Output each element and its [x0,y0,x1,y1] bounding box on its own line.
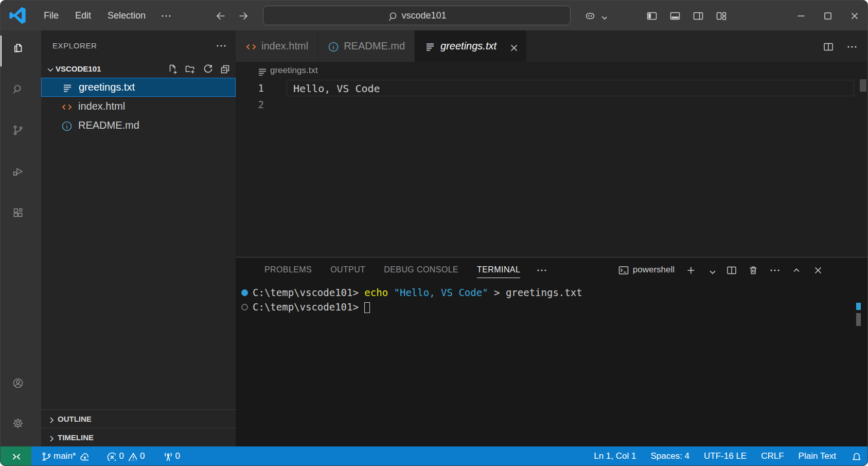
tab-readme-md[interactable]: README.md [318,30,415,62]
terminal-icon [617,264,629,275]
tab-index-html[interactable]: index.html [236,30,318,62]
search-icon [387,10,398,21]
eol-label: CRLF [761,451,784,461]
activity-explorer[interactable] [1,30,41,72]
file-name: README.md [78,119,139,131]
line-number: 1 [236,80,272,96]
notifications[interactable] [843,451,867,461]
code-line-1: 1 Hello, VS Code [236,80,867,96]
problems-status[interactable]: 0 0 [101,446,150,465]
activity-extensions[interactable] [1,195,41,236]
minimize-button[interactable] [787,1,814,30]
file-row-index[interactable]: index.html [41,97,236,116]
terminal-line-2: C:\temp\vscode101> [241,300,867,314]
timeline-section-header[interactable]: TIMELINE [41,428,236,446]
panel-tabs: PROBLEMS OUTPUT DEBUG CONSOLE TERMINAL [264,262,520,278]
activity-settings[interactable] [1,406,41,446]
code-editor[interactable]: 1 Hello, VS Code 2 [236,79,867,257]
encoding[interactable]: UTF-16 LE [697,451,754,461]
terminal-view[interactable]: C:\temp\vscode101> echo "Hello, VS Code"… [236,282,867,446]
new-terminal-icon[interactable] [685,264,696,275]
more-actions-icon[interactable] [769,264,780,275]
go-back-button[interactable] [212,8,228,23]
prompt-decoration-icon[interactable] [241,304,248,310]
ports-status[interactable]: 0 [157,446,185,465]
eol-sequence[interactable]: CRLF [754,451,791,461]
chevron-right-icon [45,414,56,424]
collapse-folders-icon[interactable] [219,63,231,74]
search-icon [12,83,30,101]
publish-changes-icon [79,451,88,461]
activity-bar-spacer [1,236,41,366]
sidebar-title: EXPLORER [52,41,97,50]
chevron-right-icon [45,433,56,443]
menu-bar: File Edit Selection [36,7,178,24]
text-file-icon [61,82,73,93]
terminal-line-1: C:\temp\vscode101> echo "Hello, VS Code"… [241,285,867,300]
maximize-panel-icon[interactable] [790,264,802,275]
editor-actions [822,30,867,62]
active-terminal-shell[interactable]: powershell [617,264,675,275]
customize-layout-icon[interactable] [715,10,727,21]
remote-indicator[interactable] [1,446,31,465]
chevron-down-icon [598,11,607,20]
vscode-logo-icon [9,7,26,24]
run-debug-icon [12,165,30,184]
launch-profile-chevron-icon[interactable] [706,266,715,274]
new-folder-icon[interactable] [184,63,196,74]
command-decoration-icon[interactable] [241,289,248,296]
more-actions-icon[interactable] [846,41,857,52]
kill-terminal-icon[interactable] [747,264,758,275]
toggle-panel-icon[interactable] [669,10,680,21]
panel-more-tabs-button[interactable] [536,264,547,275]
editor-scrollbar-thumb[interactable] [860,79,866,92]
file-row-greetings[interactable]: greetings.txt [41,78,236,97]
close-tab-button[interactable] [508,42,517,51]
toggle-sidebar-icon[interactable] [646,10,657,21]
activity-search[interactable] [1,72,41,113]
cursor-position[interactable]: Ln 1, Col 1 [587,451,643,461]
extensions-icon [12,206,30,225]
go-forward-button[interactable] [235,8,251,23]
activity-accounts[interactable] [1,366,41,406]
explorer-more-actions-button[interactable] [215,40,226,51]
maximize-button[interactable] [814,1,841,30]
split-editor-icon[interactable] [822,41,834,52]
menu-edit[interactable]: Edit [67,7,99,24]
bell-icon [851,451,860,461]
menu-more-button[interactable] [154,7,178,24]
toggle-secondary-sidebar-icon[interactable] [692,10,703,21]
activity-run-debug[interactable] [1,154,41,195]
language-mode[interactable]: Plain Text [791,451,843,461]
command-center-search[interactable]: vscode101 [263,6,571,25]
file-row-readme[interactable]: README.md [41,116,236,135]
code-line-2: 2 [236,96,867,113]
outline-section-header[interactable]: OUTLINE [41,409,236,428]
refresh-icon[interactable] [202,63,213,74]
tab-greetings-txt[interactable]: greetings.txt [415,30,527,62]
tab-bar: index.html README.md greetings.txt [236,30,867,62]
terminal-scrollbar-thumb[interactable] [856,313,861,326]
panel-tab-debug-console[interactable]: DEBUG CONSOLE [384,262,458,278]
panel-tab-output[interactable]: OUTPUT [330,262,365,278]
branch-status[interactable]: main* [36,446,94,465]
file-list: greetings.txt index.html README.md [41,78,236,135]
breadcrumbs[interactable]: greetings.txt [236,62,867,79]
split-terminal-icon[interactable] [725,264,737,275]
copilot-button[interactable] [584,10,607,21]
file-name: greetings.txt [79,81,135,93]
panel-tab-terminal[interactable]: TERMINAL [477,262,520,278]
activity-source-control[interactable] [1,113,41,154]
new-file-icon[interactable] [167,63,178,74]
scrollbar-command-mark [856,303,861,310]
terminal-prompt: C:\temp\vscode101> [253,287,364,298]
close-button[interactable] [841,1,867,30]
menu-file[interactable]: File [36,7,67,24]
title-bar: File Edit Selection vscode101 [1,1,867,30]
close-panel-icon[interactable] [812,264,823,275]
workspace-section-header[interactable]: VSCODE101 [41,59,236,78]
menu-selection[interactable]: Selection [99,7,154,24]
panel-tab-problems[interactable]: PROBLEMS [264,262,312,278]
indentation[interactable]: Spaces: 4 [643,451,697,461]
line-text [287,96,854,113]
